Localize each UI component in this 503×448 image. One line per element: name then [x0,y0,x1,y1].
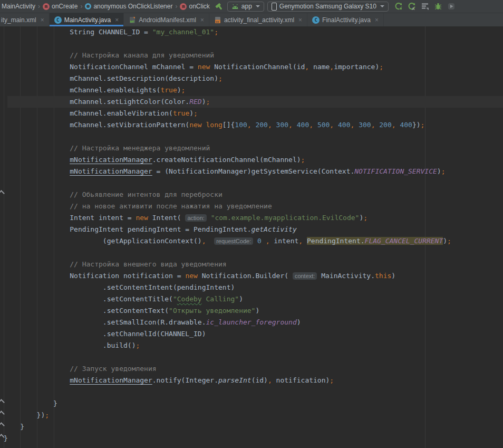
code-line: .setSmallIcon(R.drawable.ic_launcher_for… [4,317,451,328]
breadcrumb-separator: › [175,3,177,10]
tab-close-icon[interactable]: × [375,16,379,24]
xml-file-icon: cx [214,16,221,24]
tab-close-icon[interactable]: × [298,16,302,24]
code-line [4,131,451,142]
code-line [4,351,451,363]
code-line: .setChannelId(CHANNEL_ID) [4,328,451,340]
code-line: // Обьявление интентов для переброски [4,189,451,201]
tab-MainActivity.java[interactable]: CMainActivity.java× [50,13,124,26]
code-editor[interactable]: String CHANNEL_ID = "my_channel_01"; // … [0,26,503,448]
code-line: .build(); [4,340,451,351]
code-line: // Запуск уведомления [4,363,451,375]
code-line: String CHANNEL_ID = "my_channel_01"; [4,26,451,38]
code-line: mNotificationManager = (NotificationMana… [4,166,451,177]
code-line [4,247,451,259]
tab-close-icon[interactable]: × [41,16,44,24]
run-toolbar: app Genymotion Samsung Galaxy S10 A [215,2,456,12]
apply-changes-restart-icon[interactable] [394,2,403,11]
code-line: mChannel.setLightColor(Color.RED); [4,96,451,108]
device-selector[interactable]: Genymotion Samsung Galaxy S10 [267,2,389,12]
tab-label: activity_final_acttivity.xml [224,16,294,24]
build-hammer-icon[interactable] [215,2,224,11]
module-selector[interactable]: app [227,2,264,12]
tab-activity_final_acttivity.xml[interactable]: cxactivity_final_acttivity.xml× [209,13,307,26]
tab-label: MainActivity.java [64,16,111,24]
svg-text:A: A [412,6,414,11]
code-line: } [4,421,451,433]
java-class-icon: C [54,16,62,24]
code-line: }); [4,409,451,421]
module-selector-label: app [241,3,252,10]
code-line: .setContentIntent(pendingIntent) [4,282,451,293]
breadcrumb-item-oncreate[interactable]: monCreate [43,3,78,10]
code-line [4,177,451,189]
code-line: mChannel.setDescription(description); [4,73,451,84]
breadcrumb-label: MainActivity [2,3,35,10]
java-class-icon: C [312,16,320,24]
code-line [4,38,451,50]
breadcrumb-item-anonymous-onclicklistener[interactable]: anonymous OnClickListener [85,3,172,10]
code-line: // Настройка менеджера уведомлений [4,142,451,154]
editor-tab-bar: ity_main.xml×CMainActivity.java×MFAndroi… [0,13,503,26]
code-line: Notification notification = new Notifica… [4,270,451,282]
code-line: } [4,433,451,444]
apply-code-changes-icon[interactable]: A [407,2,417,11]
code-line: .setContentTitle("Codeby Calling") [4,293,451,305]
tab-ity_main.xml[interactable]: ity_main.xml× [0,13,50,26]
manifest-file-icon: MF [129,16,136,24]
method-icon: m [43,3,50,10]
breadcrumb-separator: › [38,3,40,10]
breadcrumb: MainActivity›monCreate›anonymous OnClick… [0,3,210,10]
main-toolbar: MainActivity›monCreate›anonymous OnClick… [0,0,503,13]
device-phone-icon [272,3,277,11]
tab-close-icon[interactable]: × [115,16,119,24]
method-icon: m [180,3,187,10]
code-line: // Настройка внешнего вида уведомления [4,259,451,270]
code-line: (getApplicationContext(), requestCode: 0… [4,235,451,247]
code-line: PendingIntent pendingIntent = PendingInt… [4,224,451,235]
code-line [4,386,451,398]
tab-close-icon[interactable]: × [200,16,204,24]
breadcrumb-separator: › [80,3,82,10]
code-line: mChannel.setVibrationPattern(new long[]{… [4,119,451,131]
attach-debugger-icon[interactable] [447,2,456,11]
code-line: // на новое активити после нажатия на ув… [4,201,451,212]
code-line: mNotificationManager.createNotificationC… [4,154,451,166]
code-line: NotificationChannel mChannel = new Notif… [4,61,451,73]
run-action-icons: A [394,2,456,11]
code-line: mNotificationManager.notify(Integer.pars… [4,375,451,386]
breadcrumb-item-onclick[interactable]: monClick [180,3,209,10]
tab-label: ity_main.xml [1,16,36,24]
debug-icon[interactable] [433,2,443,11]
code-line: } [4,398,451,409]
breadcrumb-label: onClick [189,3,209,10]
code-line: mChannel.enableVibration(true); [4,108,451,119]
tab-AndroidManifest.xml[interactable]: MFAndroidManifest.xml× [124,13,209,26]
device-selector-label: Genymotion Samsung Galaxy S10 [279,3,376,10]
code-line: .setContentText("Открыть уведомление") [4,305,451,317]
chevron-down-icon [256,5,260,7]
anonymous-class-icon [85,3,91,9]
breadcrumb-label: onCreate [52,3,78,10]
tab-FinalActtivity.java[interactable]: CFinalActtivity.java× [307,13,384,26]
tab-label: FinalActtivity.java [322,16,371,24]
code-line: Intent intent = new Intent( action: "com… [4,212,451,224]
chevron-down-icon [380,5,384,7]
svg-text:cx: cx [216,20,219,23]
breadcrumb-item-mainactivity[interactable]: MainActivity [2,3,35,10]
svg-text:MF: MF [130,20,135,23]
code-text: String CHANNEL_ID = "my_channel_01"; // … [4,26,451,444]
breadcrumb-label: anonymous OnClickListener [93,3,172,10]
tab-label: AndroidManifest.xml [139,16,196,24]
code-line: mChannel.enableLights(true); [4,84,451,96]
profiler-icon[interactable] [420,2,430,11]
code-line: // Настройка канала для уведомлений [4,50,451,61]
android-head-icon [231,3,239,9]
